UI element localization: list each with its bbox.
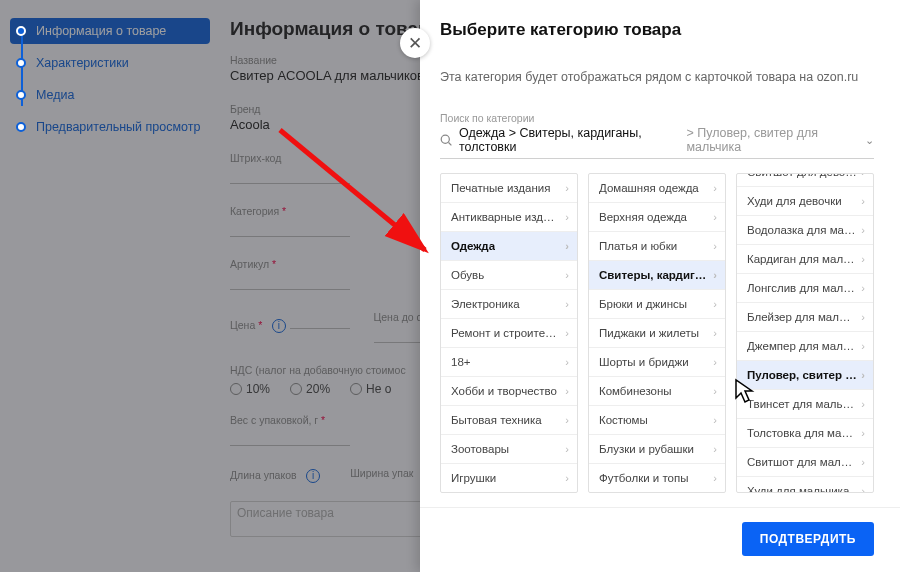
category-item[interactable]: Свитшот для дево…› bbox=[737, 174, 873, 187]
category-col-3-scroll[interactable]: Свитшот для дево…›Худи для девочки›Водол… bbox=[737, 174, 873, 492]
category-item[interactable]: Твинсет для маль…› bbox=[737, 390, 873, 419]
step-bullet-icon bbox=[16, 58, 26, 68]
category-item-label: Свитеры, кардиг… bbox=[599, 269, 706, 281]
category-item[interactable]: Толстовка для ма…› bbox=[737, 419, 873, 448]
category-item[interactable]: Игрушки› bbox=[441, 464, 577, 492]
category-item-label: Пиджаки и жилеты bbox=[599, 327, 699, 339]
svg-line-1 bbox=[449, 142, 452, 145]
category-item-label: Комбинезоны bbox=[599, 385, 672, 397]
category-item-label: Бытовая техника bbox=[451, 414, 542, 426]
category-item[interactable]: Пуловер, свитер …› bbox=[737, 361, 873, 390]
category-item-label: Лонгслив для мал… bbox=[747, 282, 855, 294]
search-label: Поиск по категории bbox=[440, 112, 874, 124]
breadcrumb-selected: Одежда > Свитеры, кардиганы, толстовки bbox=[459, 126, 680, 154]
category-item-label: Брюки и джинсы bbox=[599, 298, 687, 310]
category-item[interactable]: Печатные издания› bbox=[441, 174, 577, 203]
category-item[interactable]: Блузки и рубашки› bbox=[589, 435, 725, 464]
category-item-label: Хобби и творчество bbox=[451, 385, 557, 397]
category-col-1-scroll[interactable]: Печатные издания›Антикварные изд…›Одежда… bbox=[441, 174, 577, 492]
category-item[interactable]: Ремонт и строите…› bbox=[441, 319, 577, 348]
category-item-label: Кардиган для мал… bbox=[747, 253, 855, 265]
chevron-right-icon: › bbox=[857, 485, 865, 492]
chevron-right-icon: › bbox=[561, 298, 569, 310]
category-item[interactable]: 18+› bbox=[441, 348, 577, 377]
category-item[interactable]: Худи для мальчика› bbox=[737, 477, 873, 492]
chevron-right-icon: › bbox=[709, 327, 717, 339]
category-item[interactable]: Хобби и творчество› bbox=[441, 377, 577, 406]
category-item[interactable]: Брюки и джинсы› bbox=[589, 290, 725, 319]
category-item[interactable]: Худи для девочки› bbox=[737, 187, 873, 216]
category-item[interactable]: Антикварные изд…› bbox=[441, 203, 577, 232]
chevron-right-icon: › bbox=[561, 211, 569, 223]
category-item[interactable]: Водолазка для ма…› bbox=[737, 216, 873, 245]
category-item-label: 18+ bbox=[451, 356, 471, 368]
category-item[interactable]: Домашняя одежда› bbox=[589, 174, 725, 203]
category-columns: Печатные издания›Антикварные изд…›Одежда… bbox=[440, 173, 874, 493]
category-item-label: Домашняя одежда bbox=[599, 182, 699, 194]
category-item-label: Джемпер для мал… bbox=[747, 340, 854, 352]
category-item-label: Электроника bbox=[451, 298, 520, 310]
category-item[interactable]: Свитеры, кардиг…› bbox=[589, 261, 725, 290]
category-col-1: Печатные издания›Антикварные изд…›Одежда… bbox=[440, 173, 578, 493]
category-item[interactable]: Электроника› bbox=[441, 290, 577, 319]
chevron-right-icon: › bbox=[709, 414, 717, 426]
close-button[interactable]: ✕ bbox=[400, 28, 430, 58]
category-item[interactable]: Пиджаки и жилеты› bbox=[589, 319, 725, 348]
category-item[interactable]: Шорты и бриджи› bbox=[589, 348, 725, 377]
svg-point-0 bbox=[441, 135, 449, 143]
chevron-right-icon: › bbox=[709, 211, 717, 223]
category-item-label: Антикварные изд… bbox=[451, 211, 554, 223]
category-col-2-scroll[interactable]: Домашняя одежда›Верхняя одежда›Платья и … bbox=[589, 174, 725, 492]
step-bullet-icon bbox=[16, 26, 26, 36]
category-item[interactable]: Верхняя одежда› bbox=[589, 203, 725, 232]
chevron-right-icon: › bbox=[709, 298, 717, 310]
chevron-right-icon: › bbox=[709, 182, 717, 194]
chevron-right-icon: › bbox=[857, 340, 865, 352]
chevron-right-icon: › bbox=[709, 269, 717, 281]
category-item-label: Верхняя одежда bbox=[599, 211, 687, 223]
confirm-button[interactable]: ПОДТВЕРДИТЬ bbox=[742, 522, 874, 556]
chevron-right-icon: › bbox=[857, 398, 865, 410]
category-item-label: Блузки и рубашки bbox=[599, 443, 694, 455]
category-item[interactable]: Блейзер для мал…› bbox=[737, 303, 873, 332]
step-bullet-icon bbox=[16, 90, 26, 100]
chevron-right-icon: › bbox=[709, 240, 717, 252]
category-item[interactable]: Свитшот для маль…› bbox=[737, 448, 873, 477]
chevron-right-icon: › bbox=[561, 414, 569, 426]
category-item[interactable]: Одежда› bbox=[441, 232, 577, 261]
chevron-down-icon: ⌄ bbox=[865, 134, 874, 147]
category-item[interactable]: Лонгслив для мал…› bbox=[737, 274, 873, 303]
chevron-right-icon: › bbox=[561, 240, 569, 252]
category-item[interactable]: Футболки и топы› bbox=[589, 464, 725, 492]
category-item[interactable]: Бытовая техника› bbox=[441, 406, 577, 435]
chevron-right-icon: › bbox=[857, 369, 865, 381]
chevron-right-icon: › bbox=[857, 282, 865, 294]
category-item[interactable]: Зоотовары› bbox=[441, 435, 577, 464]
category-item[interactable]: Джемпер для мал…› bbox=[737, 332, 873, 361]
chevron-right-icon: › bbox=[857, 253, 865, 265]
chevron-right-icon: › bbox=[857, 311, 865, 323]
chevron-right-icon: › bbox=[857, 195, 865, 207]
search-icon bbox=[440, 134, 453, 147]
category-item-label: Костюмы bbox=[599, 414, 648, 426]
category-item-label: Шорты и бриджи bbox=[599, 356, 689, 368]
category-item[interactable]: Платья и юбки› bbox=[589, 232, 725, 261]
category-item[interactable]: Костюмы› bbox=[589, 406, 725, 435]
chevron-right-icon: › bbox=[857, 456, 865, 468]
close-icon: ✕ bbox=[408, 33, 422, 54]
category-item-label: Пуловер, свитер … bbox=[747, 369, 857, 381]
chevron-right-icon: › bbox=[857, 224, 865, 236]
chevron-right-icon: › bbox=[561, 472, 569, 484]
category-item-label: Толстовка для ма… bbox=[747, 427, 853, 439]
category-item[interactable]: Обувь› bbox=[441, 261, 577, 290]
chevron-right-icon: › bbox=[857, 427, 865, 439]
category-item-label: Свитшот для дево… bbox=[747, 174, 857, 178]
category-item-label: Обувь bbox=[451, 269, 484, 281]
category-item-label: Одежда bbox=[451, 240, 495, 252]
category-search-input[interactable]: Одежда > Свитеры, кардиганы, толстовки >… bbox=[440, 126, 874, 159]
chevron-right-icon: › bbox=[561, 443, 569, 455]
category-item[interactable]: Кардиган для мал…› bbox=[737, 245, 873, 274]
chevron-right-icon: › bbox=[709, 356, 717, 368]
category-item-label: Платья и юбки bbox=[599, 240, 677, 252]
category-item[interactable]: Комбинезоны› bbox=[589, 377, 725, 406]
